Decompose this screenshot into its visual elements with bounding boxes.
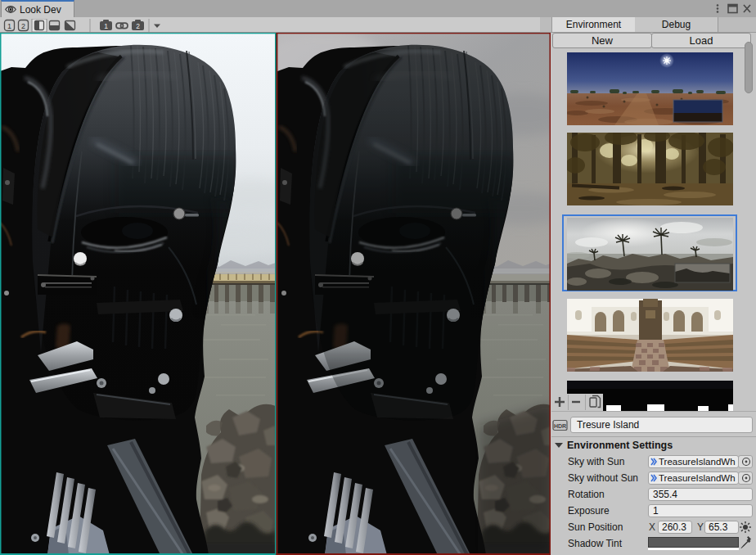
svg-text:2: 2 bbox=[21, 22, 25, 30]
svg-text:1: 1 bbox=[104, 22, 108, 30]
svg-text:HDR: HDR bbox=[554, 423, 566, 429]
svg-text:1: 1 bbox=[7, 22, 11, 30]
svg-text:2: 2 bbox=[136, 22, 140, 30]
